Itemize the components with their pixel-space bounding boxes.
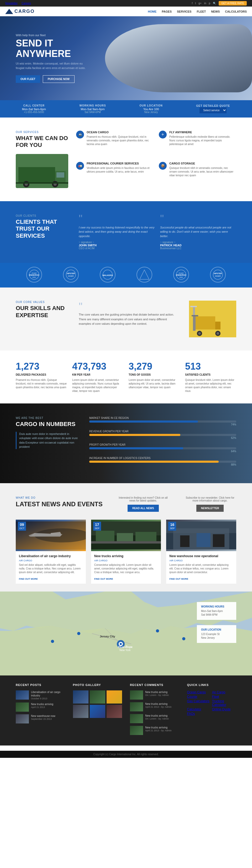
courier-desc: Vestibulum ante ipsum primis in faucibus…: [87, 166, 153, 174]
service-fly-anywhere: ✈ FLY ANYWHERE Pellentesque solicitudin …: [159, 131, 236, 157]
get-free-rate-button[interactable]: GET A FREE RATE: [219, 1, 247, 5]
newsletter-link[interactable]: Newsletter: [5, 2, 18, 5]
search-icon[interactable]: 🔍: [213, 2, 216, 5]
stat-tons-label: TONS OF GOODS: [129, 373, 180, 376]
svg-text:WALKERS: WALKERS: [102, 274, 113, 277]
working-hours-label: WORKING HOURS: [79, 104, 106, 107]
careers-link[interactable]: Careers: [22, 2, 31, 5]
numbers-title: CARGO IN NUMBERS: [16, 421, 79, 428]
news-card-2-title: New trucks arriving: [94, 554, 158, 558]
service-select[interactable]: Select service: [199, 107, 227, 113]
stat-packages-label: DELIVERED PACKAGES: [16, 373, 67, 376]
footer-comment-4-title: New trucks arriving: [145, 726, 172, 729]
footer-link-ocean-cargo[interactable]: Ocean Cargo: [187, 690, 211, 694]
nav-news[interactable]: News: [211, 10, 220, 13]
footer-link-trucking-calc[interactable]: Trucking Calculator: [212, 699, 236, 707]
footer-comment-2-sub: April 21 2013 - by: Admin: [145, 706, 172, 708]
footer-link-gas-calc[interactable]: Gas Calculators: [187, 699, 211, 707]
testimonial-2-sig: ~ signature ~: [160, 241, 236, 244]
news-3-date-badge: 16 SEP: [168, 522, 176, 531]
footer-post-3-title: New warehouse now: [31, 714, 55, 718]
footer-links-grid: Ocean Cargo Air Cargo Courier Fleet Gas …: [187, 690, 236, 716]
footer-post-2-img: [16, 703, 29, 712]
social-twitter[interactable]: t: [195, 2, 196, 5]
news-card-1-image: 09 OCT: [16, 520, 86, 551]
location-label: OUR LOCATION: [139, 104, 163, 107]
map-working-hours-box: WORKING HOURS Mon-Sat 9am-6pmSat 9AM-6PM: [197, 602, 236, 620]
bar-revenue: REVENUE GROWTH PER YEAR 62%: [89, 430, 236, 439]
fly-anywhere-icon: ✈: [159, 131, 167, 138]
testimonials: " I owe my success to having listened re…: [79, 214, 236, 250]
newsletter-button[interactable]: NEWSLETTER: [196, 505, 224, 512]
footer-link-online-quote[interactable]: Online Quote: [212, 708, 236, 711]
social-pinterest[interactable]: p: [209, 2, 211, 5]
bar-revenue-label: REVENUE GROWTH PER YEAR: [89, 430, 236, 433]
news-card-2-desc: Consectetur adipiscing elit. Lorem ipsum…: [94, 563, 158, 574]
news-card-3-link[interactable]: FIND OUT MORE: [169, 578, 188, 580]
our-fleet-button[interactable]: OUR FLEET: [16, 75, 40, 83]
nav-home[interactable]: Home: [148, 10, 157, 13]
svg-text:HENDERSON: HENDERSON: [29, 274, 39, 276]
bar-revenue-pct: 62%: [89, 436, 236, 439]
footer-link-fleet[interactable]: Fleet: [212, 695, 236, 699]
news-card-3-title: New warehouse now operational: [169, 554, 233, 558]
testimonial-1-sig: ~ signature ~: [79, 241, 155, 244]
testimonial-2-role: Businessman LLC: [160, 247, 236, 250]
footer-link-courier[interactable]: Courier: [187, 695, 211, 699]
purchase-now-button[interactable]: PURCHASE NOW: [43, 75, 75, 83]
subscribe-text: Subscribe to our newsletter. Click here …: [184, 496, 236, 502]
stat-clients-number: 513: [185, 361, 236, 372]
nav-fleet[interactable]: Fleet: [197, 10, 206, 13]
news-sup: WHAT WE DO: [16, 496, 103, 499]
news-header-left: WHAT WE DO LATEST NEWS AND EVENTS: [16, 496, 103, 508]
forklift-image: [189, 301, 236, 337]
svg-marker-18: [140, 270, 149, 279]
call-center-number: +1-555-456-5000: [22, 111, 46, 114]
footer-link-faqs[interactable]: FAQs: [187, 712, 211, 716]
testimonial-1-text: I owe my success to having listened resp…: [79, 225, 155, 239]
footer-comment-2: New trucks arriving April 21 2013 - by: …: [130, 702, 179, 711]
news-card-1-link[interactable]: FIND OUT MORE: [19, 578, 38, 580]
social-google[interactable]: g+: [198, 2, 201, 5]
map-location-text: 123 Example StNew Jersey: [201, 632, 232, 640]
bar-revenue-track: [89, 434, 236, 436]
gallery-img-5: [90, 705, 105, 718]
storage-title: CARGO STORAGE: [169, 162, 236, 165]
footer-link-calculator[interactable]: Calculator: [187, 708, 211, 711]
expertise-quote-mark: ": [79, 301, 178, 312]
working-hours-value: Mon-Sat 9am-6pm: [79, 107, 106, 111]
gallery-img-6: [107, 705, 122, 718]
gallery-img-1: [73, 690, 88, 704]
bar-market-share-pct: 74%: [89, 423, 236, 426]
bar-market-share: MARKET SHARE IN CE REGION 74%: [89, 416, 236, 426]
hero-title: SEND IT ANYWHERE: [16, 38, 89, 59]
svg-rect-45: [95, 531, 114, 541]
news-card-1-category: AIR CARGO: [19, 559, 83, 562]
footer-comment-2-title: New trucks arriving: [145, 702, 172, 706]
stat-tons-number: 3,279: [129, 361, 180, 372]
badge-5: JosephHENDERSON2010: [173, 267, 189, 284]
badge-6: HIPSTERDINER: [210, 267, 226, 284]
read-all-news-button[interactable]: READ ALL NEWS: [128, 505, 159, 512]
footer-recent-posts: RECENT POSTS Liberalisation of air cargo…: [16, 683, 65, 738]
quote-label: GET DETAILED QUOTE: [196, 104, 230, 107]
testimonial-2-name: PATRICK HEAD: [160, 244, 236, 247]
footer-post-3: New warehouse now September 15 2013: [16, 714, 65, 723]
stat-km: 473,793 KM PER YEAR Lorem ipsum dolor si…: [72, 361, 123, 393]
expertise-mid: " The core values are the guiding princi…: [79, 301, 178, 326]
footer-post-1-date: October 9 2013: [31, 697, 65, 700]
services-sup: OUR SERVICES: [16, 131, 68, 133]
social-linkedin[interactable]: in: [204, 2, 206, 5]
social-facebook[interactable]: f: [192, 2, 193, 5]
svg-text:DINER: DINER: [68, 275, 74, 277]
news-card-2-link[interactable]: FIND OUT MORE: [94, 578, 113, 580]
nav-pages[interactable]: Pages: [162, 10, 172, 13]
testimonial-1-role: CEO of ACIM: [79, 247, 155, 250]
footer-comment-1-img: [130, 690, 143, 700]
svg-rect-48: [91, 541, 161, 544]
bar-logistics-label: INCREASE IN NUMBER OF LOGISTICS CENTERS: [89, 457, 236, 460]
news-card-2-category: AIR CARGO: [94, 559, 158, 562]
nav-calculators[interactable]: Calculators: [225, 10, 247, 13]
footer-link-air-cargo[interactable]: Air Cargo: [212, 690, 236, 694]
nav-services[interactable]: Services: [177, 10, 191, 13]
